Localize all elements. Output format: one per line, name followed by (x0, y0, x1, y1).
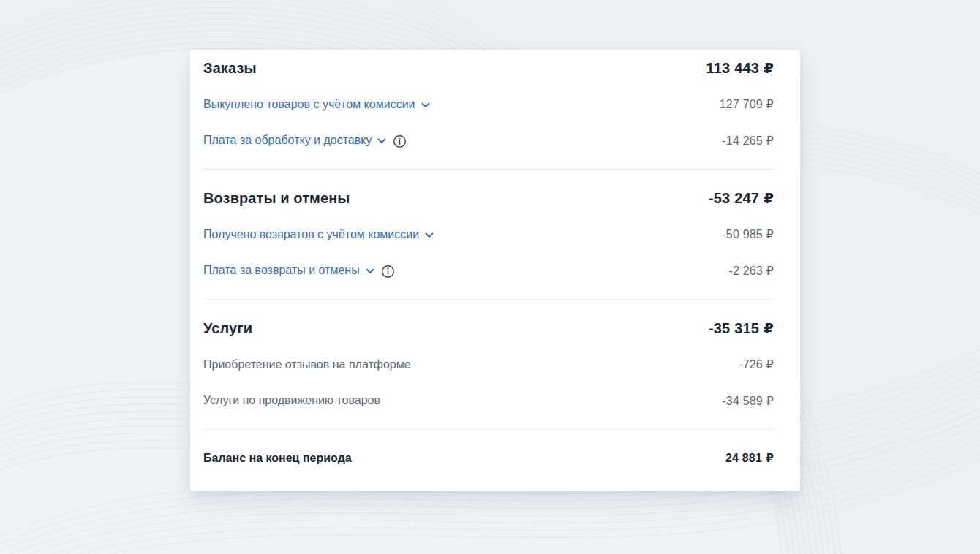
row-label: Приобретение отзывов на платформе (203, 358, 411, 371)
balance-label: Баланс на конец периода (203, 452, 352, 465)
section-services-header: Услуги -35 315 ₽ (203, 310, 774, 346)
row-value: -726 ₽ (739, 357, 774, 371)
section-total: -53 247 ₽ (709, 189, 774, 207)
row-value: -14 265 ₽ (722, 134, 774, 148)
section-total: -35 315 ₽ (709, 319, 774, 337)
section-orders-header: Заказы 113 443 ₽ (203, 50, 774, 86)
row-reviews-purchase: Приобретение отзывов на платформе -726 ₽ (203, 346, 774, 383)
page: Заказы 113 443 ₽ Выкуплено товаров с учё… (0, 0, 980, 554)
row-value: 127 709 ₽ (720, 97, 774, 111)
section-returns-header: Возвраты и отмены -53 247 ₽ (203, 180, 774, 216)
row-promotion-services: Услуги по продвижению товаров -34 589 ₽ (203, 383, 774, 420)
divider (203, 169, 774, 170)
balance-value: 24 881 ₽ (725, 451, 774, 465)
chevron-down-icon (377, 138, 386, 144)
row-label: Плата за обработку и доставку (203, 134, 372, 147)
section-title: Возвраты и отмены (203, 190, 350, 207)
returns-cancellations-fee-expander[interactable]: Плата за возвраты и отмены (203, 264, 395, 278)
row-processing-delivery-fee: Плата за обработку и доставку -14 265 ₽ (203, 123, 774, 159)
processing-delivery-fee-expander[interactable]: Плата за обработку и доставку (203, 134, 407, 148)
row-value: -34 589 ₽ (722, 394, 774, 408)
row-received-returns: Получено возвратов с учётом комиссии -50… (203, 216, 774, 253)
divider (203, 429, 774, 430)
chevron-down-icon (425, 232, 434, 238)
info-icon[interactable] (381, 265, 395, 278)
row-bought-items: Выкуплено товаров с учётом комиссии 127 … (203, 86, 774, 123)
row-label: Плата за возвраты и отмены (203, 264, 360, 277)
section-title: Услуги (203, 320, 252, 337)
row-value: -2 263 ₽ (728, 264, 774, 278)
row-label: Выкуплено товаров с учётом комиссии (203, 98, 415, 111)
row-value: -50 985 ₽ (722, 227, 774, 241)
divider (203, 299, 774, 300)
row-returns-cancellations-fee: Плата за возвраты и отмены -2 263 ₽ (203, 253, 774, 289)
chevron-down-icon (366, 268, 374, 274)
bought-items-expander[interactable]: Выкуплено товаров с учётом комиссии (203, 98, 430, 111)
info-icon[interactable] (393, 134, 407, 148)
section-title: Заказы (203, 60, 257, 77)
row-label: Получено возвратов с учётом комиссии (203, 228, 419, 241)
received-returns-expander[interactable]: Получено возвратов с учётом комиссии (203, 228, 434, 241)
balance-row: Баланс на конец периода 24 881 ₽ (203, 440, 774, 477)
chevron-down-icon (421, 102, 430, 108)
section-total: 113 443 ₽ (706, 59, 774, 77)
finance-summary-card: Заказы 113 443 ₽ Выкуплено товаров с учё… (190, 50, 800, 491)
row-label: Услуги по продвижению товаров (203, 394, 380, 407)
